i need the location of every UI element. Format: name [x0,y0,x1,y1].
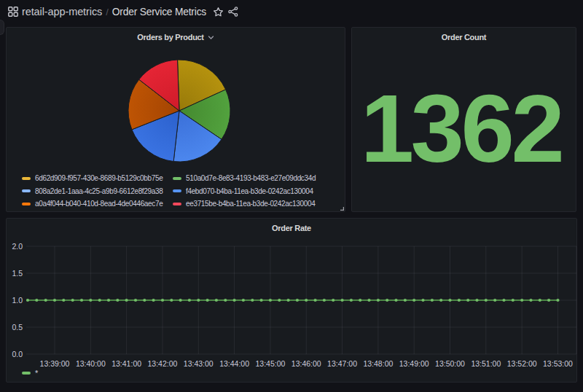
ts-panel-title[interactable]: Order Rate [272,224,311,232]
pie-legend-swatch [173,203,181,205]
x-tick-label: 13:45:00 [255,359,285,368]
order-rate-point [35,299,38,302]
ts-legend-item[interactable]: * [22,369,38,377]
breadcrumb-separator: / [106,7,109,17]
timeseries-chart[interactable]: 2.01.51.00.50.013:39:0013:40:0013:41:001… [7,219,578,383]
y-tick-label: 0.0 [12,350,23,358]
x-tick-label: 13:43:00 [184,359,214,368]
order-rate-point [448,299,451,302]
order-rate-point [512,299,514,302]
order-rate-point [143,299,146,302]
order-rate-point [116,299,119,302]
pie-legend: 6d62d909-f957-430e-8689-b5129c0bb75e510a… [22,172,335,211]
order-rate-point [152,299,155,302]
y-tick-label: 2.0 [12,242,23,251]
pie-legend-item[interactable]: 510a0d7e-8e83-4193-b483-e27e09ddc34d [173,174,335,182]
order-rate-point [475,299,478,302]
x-tick-label: 13:47:00 [327,359,357,368]
order-rate-point [359,299,361,302]
order-rate-point [412,299,415,302]
pie-legend-swatch [22,189,31,192]
pie-legend-swatch [173,189,181,192]
order-rate-point [278,299,281,302]
order-rate-point [305,299,308,302]
pie-panel-header[interactable]: Orders by Product [7,28,345,47]
order-count-value: 1362 [361,81,562,177]
order-rate-point [458,299,461,302]
pie-legend-label: a0a4f044-b040-410d-8ead-4de0446aec7e [35,200,163,208]
pie-legend-label: ee3715be-b4ba-11ea-b3de-0242ac130004 [186,200,315,208]
order-rate-point [493,299,496,302]
pie-legend-item[interactable]: 808a2de1-1aaa-4c25-a9b9-6612e8f29a38 [22,187,173,195]
order-rate-point [179,299,182,302]
order-rate-point [269,299,272,302]
x-tick-label: 13:51:00 [471,359,501,368]
pie-legend-label: 510a0d7e-8e83-4193-b483-e27e09ddc34d [186,174,316,182]
share-button[interactable] [227,4,239,20]
order-rate-point [107,299,110,302]
order-rate-point [341,299,344,302]
nav-dock-handle[interactable] [0,20,4,35]
top-navbar: retail-app-metrics / Order Service Metri… [0,0,583,23]
panel-resize-handle[interactable] [340,206,344,211]
pie-legend-swatch [22,177,31,180]
order-rate-point [539,299,541,302]
order-rate-point [242,299,245,302]
order-rate-point [188,299,191,302]
order-rate-point [439,299,442,302]
order-rate-point [62,299,65,302]
star-button[interactable] [212,4,224,20]
ts-panel-header[interactable]: Order Rate [7,219,576,238]
stat-value-wrap: 1362 [352,47,576,211]
order-rate-point [520,299,523,302]
pie-panel-title[interactable]: Orders by Product [137,33,203,42]
pie-legend-item[interactable]: a0a4f044-b040-410d-8ead-4de0446aec7e [22,200,173,208]
order-rate-point [314,299,317,302]
y-tick-label: 1.5 [12,269,23,278]
order-rate-point [296,299,299,302]
order-rate-point [485,299,488,302]
breadcrumb-dashboard-title[interactable]: Order Service Metrics [112,7,206,17]
order-rate-point [323,299,326,302]
pie-legend-item[interactable]: f4ebd070-b4ba-11ea-b3de-0242ac130004 [173,187,335,195]
y-tick-label: 1.0 [12,296,23,305]
apps-grid-icon[interactable] [8,7,18,17]
pie-legend-label: f4ebd070-b4ba-11ea-b3de-0242ac130004 [186,187,313,195]
order-rate-point [377,299,380,302]
order-rate-point [53,299,56,302]
panel-order-count: Order Count 1362 [351,27,576,212]
x-tick-label: 13:42:00 [148,359,178,368]
order-rate-point [89,299,92,302]
breadcrumb-folder[interactable]: retail-app-metrics [22,6,102,17]
x-tick-label: 13:52:00 [507,359,537,368]
panel-order-rate: Order Rate 2.01.51.00.50.013:39:0013:40:… [6,218,577,383]
pie-legend-item[interactable]: 6d62d909-f957-430e-8689-b5129c0bb75e [22,174,173,182]
order-rate-point [332,299,334,302]
pie-legend-item[interactable]: ee3715be-b4ba-11ea-b3de-0242ac130004 [173,200,335,208]
x-tick-label: 13:39:00 [40,359,70,368]
order-rate-point [98,299,101,302]
order-rate-point [215,299,218,302]
order-rate-point [170,299,173,302]
x-tick-label: 13:49:00 [399,359,429,368]
order-rate-point [44,299,47,302]
order-rate-point [556,299,559,302]
order-rate-point [206,299,209,302]
order-rate-point [404,299,407,302]
stat-panel-header[interactable]: Order Count [352,28,576,47]
order-rate-point [529,299,532,302]
order-rate-point [287,299,290,302]
order-rate-point [386,299,388,302]
x-tick-label: 13:46:00 [292,359,321,368]
order-rate-point [161,299,164,302]
order-rate-point [71,299,74,302]
pie-legend-swatch [173,177,181,180]
order-rate-point [233,299,236,302]
order-rate-point [394,299,397,302]
order-rate-point [547,299,550,302]
order-rate-point [367,299,370,302]
y-tick-label: 0.5 [12,323,23,332]
order-rate-point [134,299,137,302]
stat-panel-title[interactable]: Order Count [442,33,486,42]
order-rate-point [350,299,353,302]
